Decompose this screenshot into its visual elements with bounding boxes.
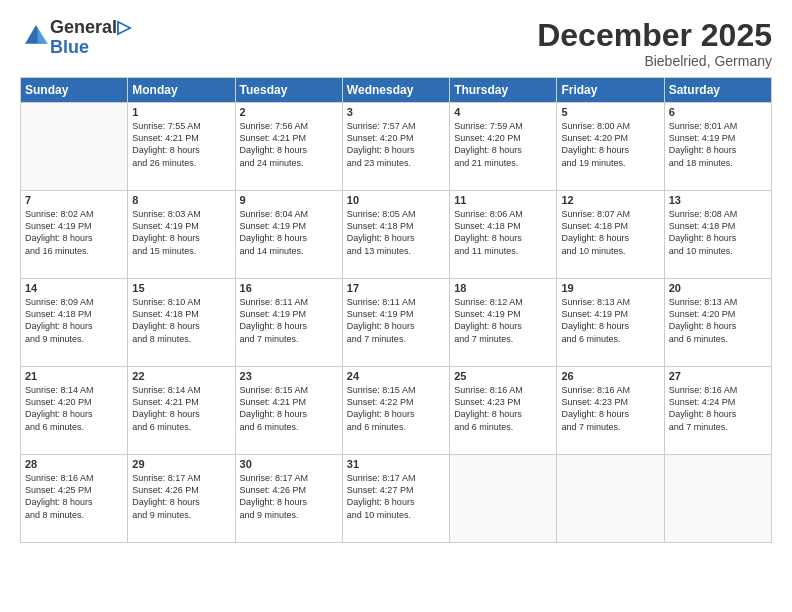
calendar-cell: 6Sunrise: 8:01 AM Sunset: 4:19 PM Daylig… — [664, 103, 771, 191]
day-number: 2 — [240, 106, 338, 118]
day-number: 18 — [454, 282, 552, 294]
calendar-cell: 20Sunrise: 8:13 AM Sunset: 4:20 PM Dayli… — [664, 279, 771, 367]
calendar-cell: 5Sunrise: 8:00 AM Sunset: 4:20 PM Daylig… — [557, 103, 664, 191]
calendar-cell: 28Sunrise: 8:16 AM Sunset: 4:25 PM Dayli… — [21, 455, 128, 543]
calendar-cell: 2Sunrise: 7:56 AM Sunset: 4:21 PM Daylig… — [235, 103, 342, 191]
day-number: 3 — [347, 106, 445, 118]
day-number: 13 — [669, 194, 767, 206]
page: General▷ Blue December 2025 Biebelried, … — [0, 0, 792, 612]
day-info: Sunrise: 8:03 AM Sunset: 4:19 PM Dayligh… — [132, 208, 230, 257]
day-number: 21 — [25, 370, 123, 382]
title-block: December 2025 Biebelried, Germany — [537, 18, 772, 69]
logo: General▷ Blue — [20, 18, 131, 58]
calendar-cell: 1Sunrise: 7:55 AM Sunset: 4:21 PM Daylig… — [128, 103, 235, 191]
day-number: 4 — [454, 106, 552, 118]
day-number: 27 — [669, 370, 767, 382]
calendar-cell: 10Sunrise: 8:05 AM Sunset: 4:18 PM Dayli… — [342, 191, 449, 279]
svg-marker-1 — [38, 28, 49, 44]
day-number: 11 — [454, 194, 552, 206]
calendar-body: 1Sunrise: 7:55 AM Sunset: 4:21 PM Daylig… — [21, 103, 772, 543]
month-title: December 2025 — [537, 18, 772, 53]
calendar-cell — [450, 455, 557, 543]
week-row-2: 7Sunrise: 8:02 AM Sunset: 4:19 PM Daylig… — [21, 191, 772, 279]
week-row-3: 14Sunrise: 8:09 AM Sunset: 4:18 PM Dayli… — [21, 279, 772, 367]
day-info: Sunrise: 8:04 AM Sunset: 4:19 PM Dayligh… — [240, 208, 338, 257]
day-info: Sunrise: 8:17 AM Sunset: 4:27 PM Dayligh… — [347, 472, 445, 521]
day-number: 7 — [25, 194, 123, 206]
day-number: 9 — [240, 194, 338, 206]
day-number: 22 — [132, 370, 230, 382]
weekday-tuesday: Tuesday — [235, 78, 342, 103]
day-number: 19 — [561, 282, 659, 294]
weekday-sunday: Sunday — [21, 78, 128, 103]
day-info: Sunrise: 7:59 AM Sunset: 4:20 PM Dayligh… — [454, 120, 552, 169]
day-info: Sunrise: 7:56 AM Sunset: 4:21 PM Dayligh… — [240, 120, 338, 169]
weekday-thursday: Thursday — [450, 78, 557, 103]
day-number: 30 — [240, 458, 338, 470]
day-number: 8 — [132, 194, 230, 206]
day-info: Sunrise: 8:11 AM Sunset: 4:19 PM Dayligh… — [347, 296, 445, 345]
day-info: Sunrise: 8:09 AM Sunset: 4:18 PM Dayligh… — [25, 296, 123, 345]
weekday-monday: Monday — [128, 78, 235, 103]
calendar-cell: 7Sunrise: 8:02 AM Sunset: 4:19 PM Daylig… — [21, 191, 128, 279]
logo-text: General▷ Blue — [50, 18, 131, 58]
calendar-cell: 24Sunrise: 8:15 AM Sunset: 4:22 PM Dayli… — [342, 367, 449, 455]
calendar-cell: 11Sunrise: 8:06 AM Sunset: 4:18 PM Dayli… — [450, 191, 557, 279]
day-info: Sunrise: 7:55 AM Sunset: 4:21 PM Dayligh… — [132, 120, 230, 169]
day-number: 29 — [132, 458, 230, 470]
day-info: Sunrise: 8:02 AM Sunset: 4:19 PM Dayligh… — [25, 208, 123, 257]
weekday-friday: Friday — [557, 78, 664, 103]
calendar-cell: 13Sunrise: 8:08 AM Sunset: 4:18 PM Dayli… — [664, 191, 771, 279]
calendar-cell: 8Sunrise: 8:03 AM Sunset: 4:19 PM Daylig… — [128, 191, 235, 279]
day-info: Sunrise: 7:57 AM Sunset: 4:20 PM Dayligh… — [347, 120, 445, 169]
day-info: Sunrise: 8:16 AM Sunset: 4:23 PM Dayligh… — [561, 384, 659, 433]
day-number: 12 — [561, 194, 659, 206]
calendar-cell: 27Sunrise: 8:16 AM Sunset: 4:24 PM Dayli… — [664, 367, 771, 455]
week-row-4: 21Sunrise: 8:14 AM Sunset: 4:20 PM Dayli… — [21, 367, 772, 455]
day-number: 23 — [240, 370, 338, 382]
calendar-cell: 18Sunrise: 8:12 AM Sunset: 4:19 PM Dayli… — [450, 279, 557, 367]
day-number: 17 — [347, 282, 445, 294]
day-number: 25 — [454, 370, 552, 382]
day-number: 15 — [132, 282, 230, 294]
day-info: Sunrise: 8:11 AM Sunset: 4:19 PM Dayligh… — [240, 296, 338, 345]
day-info: Sunrise: 8:00 AM Sunset: 4:20 PM Dayligh… — [561, 120, 659, 169]
day-info: Sunrise: 8:15 AM Sunset: 4:21 PM Dayligh… — [240, 384, 338, 433]
day-number: 5 — [561, 106, 659, 118]
day-number: 14 — [25, 282, 123, 294]
day-info: Sunrise: 8:17 AM Sunset: 4:26 PM Dayligh… — [240, 472, 338, 521]
calendar-cell: 19Sunrise: 8:13 AM Sunset: 4:19 PM Dayli… — [557, 279, 664, 367]
calendar-cell: 21Sunrise: 8:14 AM Sunset: 4:20 PM Dayli… — [21, 367, 128, 455]
day-number: 26 — [561, 370, 659, 382]
calendar-cell — [664, 455, 771, 543]
day-info: Sunrise: 8:17 AM Sunset: 4:26 PM Dayligh… — [132, 472, 230, 521]
weekday-wednesday: Wednesday — [342, 78, 449, 103]
day-info: Sunrise: 8:01 AM Sunset: 4:19 PM Dayligh… — [669, 120, 767, 169]
calendar-cell: 22Sunrise: 8:14 AM Sunset: 4:21 PM Dayli… — [128, 367, 235, 455]
day-info: Sunrise: 8:16 AM Sunset: 4:24 PM Dayligh… — [669, 384, 767, 433]
calendar-cell — [21, 103, 128, 191]
day-number: 31 — [347, 458, 445, 470]
day-number: 6 — [669, 106, 767, 118]
calendar-cell: 30Sunrise: 8:17 AM Sunset: 4:26 PM Dayli… — [235, 455, 342, 543]
calendar-cell: 29Sunrise: 8:17 AM Sunset: 4:26 PM Dayli… — [128, 455, 235, 543]
day-info: Sunrise: 8:16 AM Sunset: 4:25 PM Dayligh… — [25, 472, 123, 521]
day-info: Sunrise: 8:14 AM Sunset: 4:20 PM Dayligh… — [25, 384, 123, 433]
calendar: SundayMondayTuesdayWednesdayThursdayFrid… — [20, 77, 772, 543]
calendar-cell: 15Sunrise: 8:10 AM Sunset: 4:18 PM Dayli… — [128, 279, 235, 367]
calendar-cell: 9Sunrise: 8:04 AM Sunset: 4:19 PM Daylig… — [235, 191, 342, 279]
calendar-cell: 17Sunrise: 8:11 AM Sunset: 4:19 PM Dayli… — [342, 279, 449, 367]
calendar-cell — [557, 455, 664, 543]
weekday-saturday: Saturday — [664, 78, 771, 103]
day-info: Sunrise: 8:10 AM Sunset: 4:18 PM Dayligh… — [132, 296, 230, 345]
day-info: Sunrise: 8:13 AM Sunset: 4:19 PM Dayligh… — [561, 296, 659, 345]
day-info: Sunrise: 8:15 AM Sunset: 4:22 PM Dayligh… — [347, 384, 445, 433]
calendar-cell: 26Sunrise: 8:16 AM Sunset: 4:23 PM Dayli… — [557, 367, 664, 455]
day-info: Sunrise: 8:05 AM Sunset: 4:18 PM Dayligh… — [347, 208, 445, 257]
calendar-cell: 12Sunrise: 8:07 AM Sunset: 4:18 PM Dayli… — [557, 191, 664, 279]
day-info: Sunrise: 8:13 AM Sunset: 4:20 PM Dayligh… — [669, 296, 767, 345]
day-info: Sunrise: 8:14 AM Sunset: 4:21 PM Dayligh… — [132, 384, 230, 433]
logo-icon — [22, 22, 50, 50]
day-info: Sunrise: 8:16 AM Sunset: 4:23 PM Dayligh… — [454, 384, 552, 433]
calendar-cell: 3Sunrise: 7:57 AM Sunset: 4:20 PM Daylig… — [342, 103, 449, 191]
